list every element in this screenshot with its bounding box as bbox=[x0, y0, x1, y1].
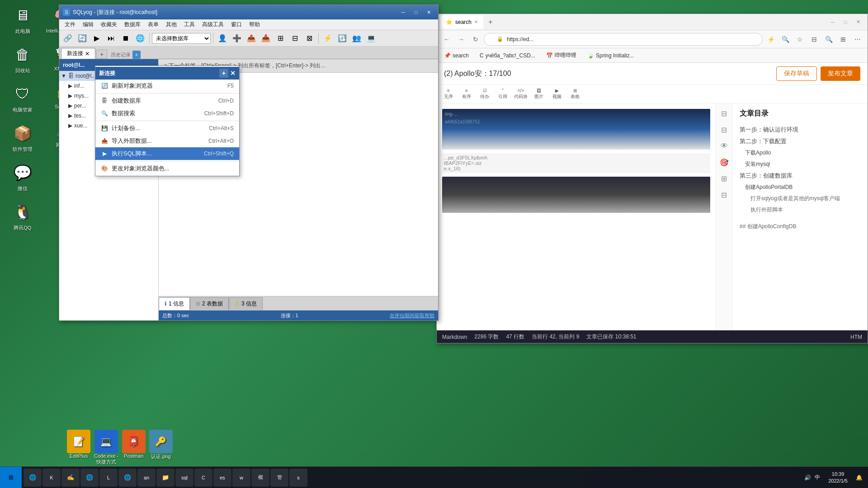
save-draft-button[interactable]: 保存草稿 bbox=[776, 66, 817, 81]
toolbar-btn-2[interactable]: 🔄 bbox=[75, 32, 89, 45]
menu-advanced[interactable]: 高级工具 bbox=[198, 20, 227, 29]
new-tab-button[interactable]: + bbox=[484, 16, 497, 28]
ctx-refresh[interactable]: 🔄 刷新对象浏览器 F5 bbox=[95, 80, 239, 92]
sidebar-preview-btn[interactable]: 👁 bbox=[718, 140, 731, 152]
taskbar-es[interactable]: es bbox=[213, 469, 231, 487]
toolbar-table3[interactable]: ⊠ bbox=[302, 32, 316, 45]
ctx-change-color[interactable]: 🎨 更改对象浏览器颜色... bbox=[95, 162, 239, 175]
shortcut-auth[interactable]: 🔑 认证.png bbox=[149, 430, 173, 465]
sidebar-collapse-btn[interactable]: ⊟ bbox=[718, 188, 731, 201]
fmt-image[interactable]: 🖼 图片 bbox=[531, 87, 547, 101]
desktop-icon-qq[interactable]: 🐧 腾讯QQ bbox=[5, 201, 41, 231]
refresh-nav-button[interactable]: ↻ bbox=[469, 33, 482, 46]
sidebar-button[interactable]: ⊟ bbox=[808, 33, 821, 46]
back-button[interactable]: ← bbox=[440, 33, 453, 46]
fmt-quote[interactable]: " 引用 bbox=[495, 87, 511, 101]
context-menu-close-btn[interactable]: ✕ bbox=[230, 70, 236, 77]
bookmark-bilibili[interactable]: 📅 哔哩哔哩 bbox=[542, 51, 580, 60]
tab-add-button[interactable]: + bbox=[96, 50, 107, 59]
taskbar-c[interactable]: C bbox=[194, 469, 212, 487]
bottom-tab-info[interactable]: ℹ 1 信息 bbox=[159, 297, 190, 310]
sqlyog-tab-new-connection[interactable]: 新连接 ✕ bbox=[61, 48, 95, 59]
taskbar-sql[interactable]: sql bbox=[175, 469, 193, 487]
apps-button[interactable]: ⊞ bbox=[837, 33, 849, 46]
minimize-button[interactable]: ─ bbox=[397, 8, 409, 17]
ctx-search-data[interactable]: 🔍 数据搜索 Ctrl+Shift+D bbox=[95, 107, 239, 120]
forward-button[interactable]: → bbox=[455, 33, 467, 46]
close-button[interactable]: ✕ bbox=[423, 8, 434, 17]
maximize-button[interactable]: □ bbox=[410, 8, 422, 17]
desktop-icon-guard[interactable]: 🛡 电脑管家 bbox=[5, 83, 41, 113]
toolbar-run[interactable]: ▶ bbox=[90, 32, 104, 45]
bookmark-search[interactable]: 📌 search bbox=[440, 52, 472, 60]
toolbar-btn-5[interactable]: ⏹ bbox=[119, 32, 132, 45]
toc-item-create-portal[interactable]: 创建ApolloPortalDB bbox=[740, 182, 860, 193]
address-bar[interactable]: 🔒 https://ed... bbox=[484, 33, 763, 46]
browser-minimize[interactable]: ─ bbox=[827, 18, 839, 27]
browser-maximize[interactable]: □ bbox=[840, 18, 851, 27]
toolbar-table1[interactable]: ⊞ bbox=[274, 32, 287, 45]
menu-favorites[interactable]: 收藏夹 bbox=[97, 20, 121, 29]
bottom-tab-info2[interactable]: ⚠ 3 信息 bbox=[229, 297, 263, 310]
context-menu-add-btn[interactable]: + bbox=[219, 69, 228, 78]
taskbar-edge3[interactable]: 🌐 bbox=[118, 469, 137, 487]
toc-item-download-apollo[interactable]: 下载Apollo bbox=[740, 147, 860, 159]
browser-close[interactable]: ✕ bbox=[852, 18, 864, 27]
settings-button[interactable]: ⋯ bbox=[851, 33, 864, 46]
toolbar-power[interactable]: ⚡ bbox=[321, 32, 335, 45]
toolbar-export[interactable]: 📤 bbox=[245, 32, 258, 45]
fmt-video[interactable]: ▶ 视频 bbox=[549, 87, 565, 101]
toolbar-import[interactable]: 📥 bbox=[259, 32, 273, 45]
ctx-create-db[interactable]: 🗄 创建数据库 Ctrl+D bbox=[95, 94, 239, 107]
toolbar-user[interactable]: 👤 bbox=[216, 32, 229, 45]
toc-item-execute-script[interactable]: 执行外部脚本 bbox=[740, 204, 860, 216]
bookmark-csdn[interactable]: C учёба_?abc!_CSD... bbox=[476, 52, 539, 60]
fmt-unordered[interactable]: ≡ 无序 bbox=[440, 87, 457, 101]
history-add-btn[interactable]: + bbox=[132, 51, 141, 59]
taskbar-edge2[interactable]: 🌐 bbox=[80, 469, 99, 487]
toolbar-btn-6[interactable]: 🌐 bbox=[133, 32, 147, 45]
toolbar-table2[interactable]: ⊟ bbox=[288, 32, 302, 45]
menu-database[interactable]: 数据库 bbox=[121, 20, 144, 29]
start-button[interactable]: ⊞ bbox=[0, 467, 22, 488]
favorites-button[interactable]: ☆ bbox=[793, 33, 806, 46]
menu-window[interactable]: 窗口 bbox=[227, 20, 245, 29]
taskbar-w[interactable]: w bbox=[232, 469, 250, 487]
sidebar-target-btn[interactable]: 🎯 bbox=[718, 156, 731, 169]
bookmark-spring[interactable]: 🍃 Spring Initializ... bbox=[584, 52, 638, 60]
publish-button[interactable]: 发布文章 bbox=[821, 66, 860, 81]
taskbar-light[interactable]: L bbox=[99, 469, 118, 487]
sidebar-grid-btn[interactable]: ⊞ bbox=[718, 172, 731, 185]
fmt-ordered[interactable]: ≡ 有序 bbox=[458, 87, 475, 101]
taskbar-manage[interactable]: 管 bbox=[270, 469, 288, 487]
zoom-button[interactable]: 🔍 bbox=[779, 33, 792, 46]
taskbar-edge[interactable]: 🌐 bbox=[24, 469, 42, 487]
desktop-icon-recycle[interactable]: 🗑 回收站 bbox=[5, 44, 41, 74]
taskbar-ki[interactable]: K bbox=[42, 469, 61, 487]
toolbar-btn-4[interactable]: ⏭ bbox=[104, 32, 118, 45]
desktop-icon-computer[interactable]: 🖥 此电脑 bbox=[5, 5, 41, 35]
menu-other[interactable]: 其他 bbox=[162, 20, 180, 29]
shortcut-editplus[interactable]: 📝 EditPlus bbox=[67, 430, 90, 465]
fmt-table[interactable]: ⊞ 表格 bbox=[567, 87, 583, 101]
menu-tools[interactable]: 工具 bbox=[180, 20, 198, 29]
taskbar-model[interactable]: 模 bbox=[251, 469, 269, 487]
tab-close-icon[interactable]: ✕ bbox=[85, 51, 90, 57]
sidebar-layout1-btn[interactable]: ⊟ bbox=[718, 107, 731, 120]
extensions-button[interactable]: ⚡ bbox=[764, 33, 777, 46]
status-help-link[interactable]: 在评估期间获取帮助 bbox=[390, 312, 434, 319]
toc-item-step3[interactable]: 第三步：创建数据库 bbox=[740, 170, 860, 182]
toolbar-users[interactable]: 👥 bbox=[350, 32, 363, 45]
taskbar-write[interactable]: ✍ bbox=[61, 469, 80, 487]
shortcut-postman[interactable]: 📮 Postman bbox=[122, 430, 146, 465]
browser-tab-search[interactable]: ⭐ search ✕ bbox=[440, 15, 483, 29]
bottom-tab-tabledata[interactable]: ⊞ 2 表数据 bbox=[190, 297, 229, 310]
fmt-codeblock[interactable]: </> 代码块 bbox=[513, 87, 529, 101]
shortcut-codeexe[interactable]: 💻 Code.exe - 快捷方式 bbox=[94, 430, 118, 465]
fmt-todo[interactable]: ☑ 待办 bbox=[476, 87, 493, 101]
toolbar-terminal[interactable]: 💻 bbox=[364, 32, 378, 45]
toolbar-add-db[interactable]: ➕ bbox=[230, 32, 244, 45]
toc-item-step2[interactable]: 第二步：下载配置 bbox=[740, 136, 860, 147]
taskbar-folder[interactable]: 📁 bbox=[156, 469, 175, 487]
menu-file[interactable]: 文件 bbox=[61, 20, 79, 29]
